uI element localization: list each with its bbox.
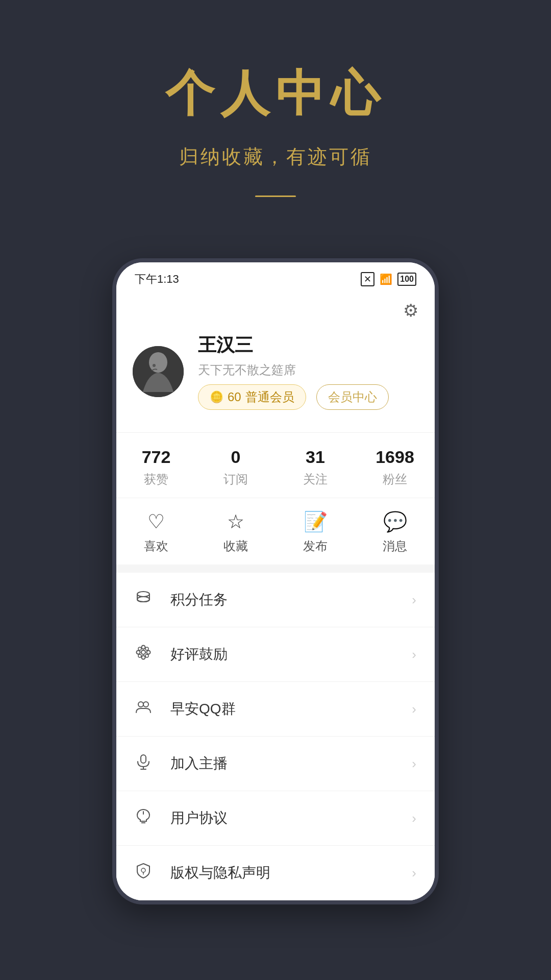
- menu-item-points[interactable]: 积分任务 ›: [116, 573, 435, 627]
- menu-review-label: 好评鼓励: [170, 645, 412, 664]
- menu-item-privacy[interactable]: 版权与隐私声明 ›: [116, 846, 435, 900]
- svg-point-3: [137, 592, 149, 597]
- stat-likes[interactable]: 772 获赞: [116, 447, 196, 487]
- profile-top: 王汉三 天下无不散之筵席 🪙 60 普通会员 会员中心: [133, 333, 418, 410]
- menu-privacy-label: 版权与隐私声明: [170, 863, 412, 883]
- stat-likes-label: 获赞: [144, 471, 168, 487]
- page-title: 个人中心: [0, 61, 551, 128]
- coins-label: 普通会员: [245, 389, 294, 405]
- stats-row: 772 获赞 0 订阅 31 关注 1698 粉丝: [116, 432, 435, 498]
- mic-icon: [135, 753, 160, 774]
- user-bio: 天下无不散之筵席: [198, 362, 389, 378]
- chevron-right-icon: ›: [412, 592, 416, 608]
- svg-point-7: [142, 656, 145, 659]
- stat-fans-label: 粉丝: [383, 471, 407, 487]
- profile-info: 王汉三 天下无不散之筵席 🪙 60 普通会员 会员中心: [198, 333, 389, 410]
- svg-point-22: [141, 868, 145, 872]
- battery-icon: 100: [397, 273, 416, 286]
- member-center-label: 会员中心: [328, 389, 377, 405]
- menu-item-agreement[interactable]: 用户协议 ›: [116, 791, 435, 846]
- action-publish-label: 发布: [303, 538, 328, 554]
- action-collect[interactable]: ☆ 收藏: [196, 510, 276, 554]
- time-display: 下午1:13: [135, 272, 179, 287]
- svg-point-11: [145, 647, 148, 650]
- menu-item-review[interactable]: 好评鼓励 ›: [116, 627, 435, 682]
- svg-point-9: [147, 651, 151, 654]
- chevron-right-icon-3: ›: [412, 701, 416, 717]
- stat-subscriptions[interactable]: 0 订阅: [196, 447, 276, 487]
- badge-row: 🪙 60 普通会员 会员中心: [198, 384, 389, 410]
- avatar[interactable]: [133, 346, 184, 397]
- page-header: 个人中心 归纳收藏，有迹可循: [0, 0, 551, 258]
- coins-stack-icon: [135, 589, 160, 610]
- settings-row: ⚙: [116, 292, 435, 325]
- wifi-icon: 📶: [380, 273, 392, 285]
- star-icon: ☆: [227, 510, 244, 533]
- chevron-right-icon-5: ›: [412, 811, 416, 826]
- avatar-image: [133, 346, 184, 397]
- action-like-label: 喜欢: [144, 538, 168, 554]
- svg-point-5: [141, 650, 145, 654]
- shield-icon: [135, 862, 160, 884]
- svg-point-12: [138, 654, 141, 657]
- menu-points-label: 积分任务: [170, 590, 412, 609]
- chevron-right-icon-6: ›: [412, 865, 416, 881]
- svg-point-6: [142, 646, 145, 649]
- actions-row: ♡ 喜欢 ☆ 收藏 📝 发布 💬 消息: [116, 498, 435, 565]
- settings-icon[interactable]: ⚙: [403, 300, 418, 321]
- action-like[interactable]: ♡ 喜欢: [116, 510, 196, 554]
- phone-screen: 下午1:13 ✕ 📶 100 ⚙: [116, 262, 435, 900]
- menu-list: 积分任务 › 好评鼓励: [116, 573, 435, 900]
- svg-point-10: [138, 647, 141, 650]
- svg-point-4: [137, 597, 149, 602]
- stat-fans-number: 1698: [375, 447, 414, 467]
- stat-sub-number: 0: [231, 447, 241, 467]
- stat-fans[interactable]: 1698 粉丝: [355, 447, 435, 487]
- stat-follow-number: 31: [306, 447, 325, 467]
- svg-point-2: [153, 364, 156, 367]
- menu-item-qq[interactable]: 早安QQ群 ›: [116, 682, 435, 737]
- phone-mockup: 下午1:13 ✕ 📶 100 ⚙: [112, 258, 439, 904]
- page-subtitle: 归纳收藏，有迹可循: [0, 144, 551, 170]
- flower-icon: [135, 644, 160, 665]
- stat-follow-label: 关注: [303, 471, 328, 487]
- svg-rect-16: [141, 755, 146, 763]
- username: 王汉三: [198, 333, 389, 358]
- svg-point-15: [143, 702, 148, 707]
- menu-qq-label: 早安QQ群: [170, 699, 412, 719]
- coin-icon: 🪙: [210, 390, 223, 404]
- coins-badge[interactable]: 🪙 60 普通会员: [198, 384, 306, 410]
- group-icon: [135, 698, 160, 720]
- coins-amount: 60: [228, 390, 241, 404]
- edit-icon: 📝: [304, 510, 328, 533]
- status-bar: 下午1:13 ✕ 📶 100: [116, 262, 435, 292]
- svg-point-14: [138, 702, 143, 707]
- stat-sub-label: 订阅: [223, 471, 248, 487]
- lightbulb-icon: [135, 807, 160, 829]
- svg-point-8: [137, 651, 140, 654]
- action-message-label: 消息: [383, 538, 407, 554]
- menu-item-broadcaster[interactable]: 加入主播 ›: [116, 737, 435, 791]
- divider: [255, 195, 296, 197]
- stat-following[interactable]: 31 关注: [276, 447, 355, 487]
- menu-broadcaster-label: 加入主播: [170, 754, 412, 773]
- heart-icon: ♡: [147, 510, 165, 533]
- action-message[interactable]: 💬 消息: [355, 510, 435, 554]
- message-icon: 💬: [383, 510, 407, 533]
- action-collect-label: 收藏: [223, 538, 248, 554]
- chevron-right-icon-2: ›: [412, 647, 416, 663]
- stat-likes-number: 772: [142, 447, 171, 467]
- chevron-right-icon-4: ›: [412, 756, 416, 772]
- profile-section: 王汉三 天下无不散之筵席 🪙 60 普通会员 会员中心: [116, 325, 435, 432]
- svg-point-13: [145, 654, 148, 657]
- menu-agreement-label: 用户协议: [170, 808, 412, 828]
- signal-icon: ✕: [361, 272, 374, 286]
- member-center-badge[interactable]: 会员中心: [316, 384, 389, 410]
- svg-point-1: [149, 352, 167, 373]
- action-publish[interactable]: 📝 发布: [276, 510, 355, 554]
- status-icons: ✕ 📶 100: [361, 272, 416, 286]
